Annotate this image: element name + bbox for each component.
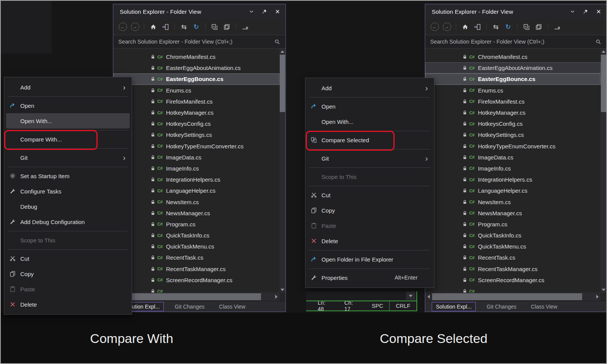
menu-item-compare-selected[interactable]: Compare Selected <box>307 132 432 148</box>
file-row[interactable]: C#HotkeyTypeEnumConverter.cs <box>113 141 279 152</box>
file-row[interactable]: C#LanguageHelper.cs <box>425 185 600 196</box>
close-icon[interactable]: × <box>273 7 282 16</box>
file-row[interactable]: C#QuickTaskMenu.cs <box>425 241 600 252</box>
menu-item-cut[interactable]: Cut <box>6 251 130 266</box>
collapse-all-icon[interactable] <box>522 22 531 32</box>
menu-item-git[interactable]: Git› <box>6 150 130 165</box>
preview-selected-items-icon[interactable] <box>240 22 250 32</box>
file-row[interactable]: C#EasterEggAboutAnimation.cs <box>425 62 600 73</box>
chevron-down-icon[interactable] <box>568 7 577 16</box>
menu-item-debug[interactable]: Debug <box>6 199 130 214</box>
tab-class-view[interactable]: Class View <box>219 304 245 310</box>
preview-selected-items-icon[interactable] <box>552 22 562 32</box>
search-box[interactable]: Search Solution Explorer - Folder View (… <box>425 35 607 49</box>
file-row[interactable]: C#RecentTaskManager.cs <box>425 263 600 275</box>
search-icon[interactable] <box>596 39 601 45</box>
file-row[interactable]: C#ScreenRecordManager.cs <box>113 275 279 286</box>
horizontal-scrollbar-thumb[interactable] <box>432 293 582 300</box>
scroll-right-button[interactable] <box>594 292 600 301</box>
file-row[interactable]: C#HotkeysConfig.cs <box>113 118 279 129</box>
show-all-files-icon[interactable] <box>222 22 232 32</box>
search-box[interactable]: Search Solution Explorer - Folder View (… <box>113 35 286 49</box>
pin-icon[interactable] <box>260 7 269 16</box>
vertical-scrollbar-thumb[interactable] <box>280 55 285 112</box>
pin-icon[interactable] <box>581 7 590 16</box>
menu-item-add-debug-configuration[interactable]: Add Debug Configuration <box>6 214 130 229</box>
menu-item-paste[interactable]: Paste <box>6 281 130 297</box>
tab-git-changes[interactable]: Git Changes <box>175 304 204 310</box>
menu-item-paste[interactable]: Paste <box>307 218 432 233</box>
scroll-up-button[interactable] <box>600 49 607 54</box>
home-icon[interactable] <box>460 22 470 32</box>
menu-item-open[interactable]: Open <box>307 99 432 114</box>
show-all-files-icon[interactable] <box>534 22 543 32</box>
file-row[interactable]: C#IntegrationHelpers.cs <box>425 174 600 185</box>
forward-icon[interactable]: → <box>442 22 452 32</box>
menu-item-properties[interactable]: PropertiesAlt+Enter <box>307 270 432 285</box>
horizontal-scrollbar-thumb[interactable] <box>120 293 261 300</box>
scroll-down-button[interactable] <box>600 287 607 292</box>
menu-item-open-with[interactable]: Open With... <box>6 113 130 128</box>
file-row[interactable]: C#Enums.cs <box>113 85 279 96</box>
scroll-up-button[interactable] <box>279 49 286 54</box>
file-row[interactable]: C#RecentTaskManager.cs <box>113 263 279 275</box>
file-row[interactable]: C#ScreenRecordManager.cs <box>425 275 600 286</box>
file-row[interactable]: C#FirefoxManifest.cs <box>113 96 279 107</box>
sync-active-document-icon[interactable] <box>473 22 482 32</box>
sync-active-document-icon[interactable] <box>161 22 170 32</box>
menu-item-copy[interactable]: Copy <box>307 203 432 218</box>
menu-item-add[interactable]: Add› <box>307 80 432 96</box>
vertical-scrollbar-thumb[interactable] <box>601 55 606 112</box>
tab-solution-expl[interactable]: Solution Expl... <box>432 302 476 311</box>
back-icon[interactable]: ← <box>118 22 127 32</box>
file-row[interactable]: C#HotkeyManager.cs <box>113 107 279 118</box>
file-row[interactable]: C#HotkeyTypeEnumConverter.cs <box>425 141 600 152</box>
refresh-icon[interactable]: ↻ <box>191 22 201 32</box>
menu-item-compare-with[interactable]: Compare With... <box>6 132 130 147</box>
menu-item-git[interactable]: Git› <box>307 151 432 166</box>
file-row[interactable]: C#QuickTaskInfo.cs <box>113 230 279 241</box>
editor-scrollbar-down-button[interactable] <box>406 292 415 300</box>
file-row[interactable]: C#NewsManager.cs <box>113 208 279 219</box>
file-row[interactable]: C#EasterEggAboutAnimation.cs <box>113 62 279 73</box>
file-row[interactable]: C#NewsItem.cs <box>113 196 279 207</box>
file-row[interactable]: C#LanguageHelper.cs <box>113 185 279 196</box>
menu-item-set-as-startup-item[interactable]: Set as Startup Item <box>6 168 130 184</box>
menu-item-open[interactable]: Open <box>6 98 130 113</box>
file-row[interactable]: C#FirefoxManifest.cs <box>425 96 600 107</box>
file-row[interactable]: C#HotkeysConfig.cs <box>425 118 600 129</box>
menu-item-open-with[interactable]: Open With... <box>307 114 432 129</box>
scroll-right-button[interactable] <box>273 292 279 301</box>
tab-class-view[interactable]: Class View <box>531 304 557 310</box>
refresh-icon[interactable]: ↻ <box>503 22 513 32</box>
file-row-partially-visible[interactable]: C# <box>425 286 600 292</box>
file-row[interactable]: C#RecentTask.cs <box>425 252 600 263</box>
file-row[interactable]: C#HotkeyManager.cs <box>425 107 600 118</box>
file-row[interactable]: C#Program.cs <box>425 219 600 230</box>
menu-item-configure-tasks[interactable]: Configure Tasks <box>6 184 130 199</box>
scroll-left-button[interactable] <box>425 292 432 301</box>
menu-item-copy[interactable]: Copy <box>6 266 130 281</box>
file-row[interactable]: C#Enums.cs <box>425 85 600 96</box>
menu-item-scope-to-this[interactable]: Scope to This <box>6 232 130 248</box>
file-row[interactable]: C#IntegrationHelpers.cs <box>113 174 279 185</box>
file-row[interactable]: C#ImageData.cs <box>113 152 279 163</box>
file-row[interactable]: C#ImageData.cs <box>425 152 600 163</box>
file-row-partially-visible[interactable]: C# <box>113 286 279 292</box>
horizontal-scrollbar[interactable] <box>113 292 279 301</box>
file-row[interactable]: C#Program.cs <box>113 219 279 230</box>
file-row[interactable]: C#ChromeManifest.cs <box>425 51 600 62</box>
file-row[interactable]: C#HotkeySettings.cs <box>113 129 279 140</box>
file-row[interactable]: C#ChromeManifest.cs <box>113 51 279 62</box>
file-row[interactable]: C#EasterEggBounce.cs <box>425 73 600 84</box>
file-row[interactable]: C#NewsItem.cs <box>425 196 600 207</box>
scroll-down-button[interactable] <box>279 287 286 292</box>
close-icon[interactable]: × <box>594 7 603 16</box>
file-row[interactable]: C#RecentTask.cs <box>113 252 279 263</box>
menu-item-open-folder-in-file-explorer[interactable]: Open Folder in File Explorer <box>307 252 432 267</box>
home-icon[interactable] <box>148 22 158 32</box>
switch-views-icon[interactable]: ⇆ <box>179 22 189 32</box>
file-row[interactable]: C#QuickTaskInfo.cs <box>425 230 600 241</box>
tab-git-changes[interactable]: Git Changes <box>486 304 516 310</box>
search-icon[interactable] <box>274 39 280 45</box>
